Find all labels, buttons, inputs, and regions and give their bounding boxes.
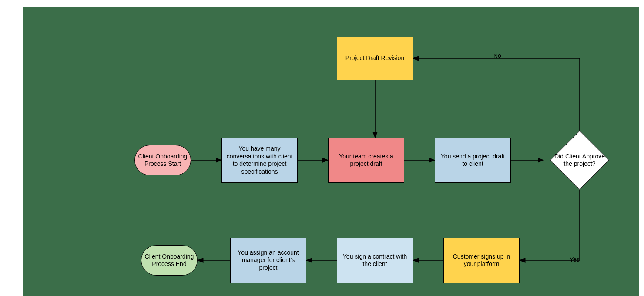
node-send-draft[interactable]: You send a project draft to client	[435, 138, 511, 183]
node-label: Your team creates a project draft	[331, 153, 401, 168]
node-label: Project Draft Revision	[345, 54, 404, 62]
node-label: Customer signs up in your platform	[446, 253, 517, 268]
node-assign-manager[interactable]: You assign an account manager for client…	[230, 238, 306, 283]
node-label: You sign a contract with the client	[340, 253, 410, 268]
node-end[interactable]: Client Onboarding Process End	[141, 245, 198, 276]
node-label: You assign an account manager for client…	[233, 249, 303, 272]
node-create-draft[interactable]: Your team creates a project draft	[328, 138, 404, 183]
node-label: You send a project draft to client	[438, 153, 508, 168]
node-signup[interactable]: Customer signs up in your platform	[443, 238, 520, 283]
node-label: Client Onboarding Process End	[144, 253, 195, 268]
node-conversations[interactable]: You have many conversations with client …	[221, 138, 298, 183]
node-contract[interactable]: You sign a contract with the client	[337, 238, 413, 283]
node-label: Client Onboarding Process Start	[138, 153, 188, 168]
node-label: You have many conversations with client …	[225, 145, 295, 175]
node-label: Did Client Approve the project?	[546, 139, 614, 181]
edge-label-no: No	[493, 52, 501, 59]
node-start[interactable]: Client Onboarding Process Start	[134, 145, 191, 175]
node-decision[interactable]: Did Client Approve the project?	[559, 139, 600, 181]
edge-label-yes: Yes	[570, 256, 580, 263]
flowchart-canvas: Project Draft Revision Client Onboarding…	[23, 7, 639, 296]
decision-text: Did Client Approve the project?	[554, 153, 605, 168]
node-revision[interactable]: Project Draft Revision	[337, 37, 413, 80]
